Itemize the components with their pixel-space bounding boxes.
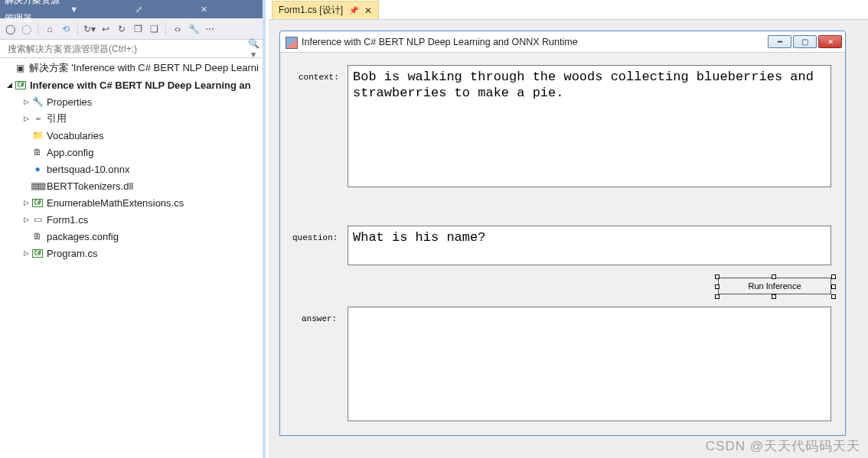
search-input[interactable] — [2, 41, 246, 57]
label-question: question: — [292, 233, 338, 242]
tree-label: Program.cs — [47, 248, 97, 259]
collapse-icon[interactable]: ❏ — [147, 22, 161, 36]
chevron-down-icon[interactable]: ◢ — [5, 81, 14, 89]
tree-item-vocabularies[interactable]: ▶ 📁 Vocabularies — [0, 127, 263, 144]
tree-item-properties[interactable]: ▷ 🔧 Properties — [0, 93, 263, 110]
tree-item-dll[interactable]: ▶ ▦▦ BERTTokenizers.dll — [0, 177, 263, 194]
wrench-icon: 🔧 — [31, 95, 44, 109]
resize-handle-s[interactable] — [772, 294, 776, 299]
tree-label: packages.config — [47, 231, 119, 242]
form-icon: ▭ — [31, 213, 44, 226]
label-answer: answer: — [302, 314, 337, 323]
folder-icon: 📁 — [31, 128, 44, 142]
close-icon[interactable]: ✕ — [364, 5, 372, 16]
solution-icon: ▣ — [13, 61, 26, 75]
tree-item-program[interactable]: ▷ C# Program.cs — [0, 245, 263, 261]
resize-handle-nw[interactable] — [715, 274, 720, 279]
tree-item-onnx[interactable]: ▶ ● bertsquad-10.onnx — [0, 161, 263, 177]
chevron-right-icon[interactable]: ▷ — [21, 216, 31, 223]
resize-handle-ne[interactable] — [831, 274, 836, 279]
solution-node[interactable]: ▶ ▣ 解决方案 'Inference with C# BERT NLP Dee… — [0, 60, 263, 76]
search-icon[interactable]: 🔍▾ — [246, 38, 261, 60]
solution-label: 解决方案 'Inference with C# BERT NLP Deep Le… — [29, 61, 259, 75]
resize-handle-e[interactable] — [831, 284, 836, 289]
close-button[interactable]: ✕ — [818, 35, 842, 48]
tree-item-form1[interactable]: ▷ ▭ Form1.cs — [0, 211, 263, 228]
pin-icon[interactable]: ⤢ — [135, 0, 193, 18]
maximize-button[interactable]: ▢ — [793, 35, 817, 48]
refresh-icon[interactable]: ↻▾ — [83, 22, 96, 36]
code-icon[interactable]: ‹› — [171, 22, 184, 36]
tree-item-packages[interactable]: ▶ 🗎 packages.config — [0, 228, 263, 245]
config-icon: 🗎 — [31, 145, 44, 159]
resize-handle-se[interactable] — [831, 294, 836, 299]
answer-textbox[interactable] — [348, 307, 831, 421]
resize-handle-n[interactable] — [772, 274, 776, 279]
tree-label: Form1.cs — [47, 214, 88, 226]
project-node[interactable]: ◢ C# Inference with C# BERT NLP Deep Lea… — [0, 76, 263, 93]
solution-tree[interactable]: ▶ ▣ 解决方案 'Inference with C# BERT NLP Dee… — [0, 58, 263, 458]
tree-item-references[interactable]: ▷ ▫▫ 引用 — [0, 110, 263, 127]
run-label: Run Inference — [748, 281, 801, 291]
designer-surface[interactable]: Inference with C# BERT NLP Deep Learning… — [269, 20, 868, 458]
tree-label: 引用 — [47, 112, 67, 125]
run-inference-button[interactable]: Run Inference — [718, 278, 831, 294]
document-tabs: Form1.cs [设计] 📌 ✕ — [269, 0, 868, 20]
minimize-button[interactable]: ━ — [768, 35, 791, 48]
design-selection[interactable]: Run Inference — [718, 278, 833, 296]
separator — [77, 23, 78, 35]
window-titlebar[interactable]: Inference with C# BERT NLP Deep Learning… — [280, 31, 845, 53]
chevron-right-icon[interactable]: ▷ — [21, 199, 31, 206]
cs-icon: C# — [32, 199, 43, 207]
more-icon[interactable]: ⋯ — [203, 22, 217, 36]
redo-icon[interactable]: ↻ — [115, 22, 129, 36]
tree-label: BERTTokenizers.dll — [47, 180, 133, 192]
sync-icon[interactable]: ⟲ — [59, 22, 73, 36]
window-icon — [285, 36, 297, 48]
window-title: Inference with C# BERT NLP Deep Learning… — [302, 37, 768, 47]
onnx-icon: ● — [31, 162, 44, 176]
separator — [38, 23, 38, 35]
panel-dropdown-icon[interactable]: ▼ — [70, 0, 127, 18]
copy-icon[interactable]: ❐ — [131, 22, 145, 36]
pin-icon[interactable]: 📌 — [349, 6, 358, 15]
forward-icon[interactable]: ◯ — [19, 22, 33, 36]
winform-window[interactable]: Inference with C# BERT NLP Deep Learning… — [279, 31, 846, 436]
context-textbox[interactable] — [348, 65, 831, 187]
close-icon[interactable]: ✕ — [201, 0, 258, 18]
csproj-icon: C# — [15, 81, 26, 89]
dll-icon: ▦▦ — [31, 179, 44, 193]
resize-handle-w[interactable] — [715, 284, 720, 289]
undo-icon[interactable]: ↩ — [99, 22, 113, 36]
home-icon[interactable]: ⌂ — [43, 22, 57, 36]
tree-label: bertsquad-10.onnx — [47, 164, 129, 175]
question-textbox[interactable] — [348, 226, 831, 265]
project-label: Inference with C# BERT NLP Deep Learning… — [30, 80, 251, 91]
tree-item-mathext[interactable]: ▷ C# EnumerableMathExtensions.cs — [0, 194, 263, 211]
back-icon[interactable]: ◯ — [3, 22, 17, 36]
explorer-search[interactable]: 🔍▾ — [0, 40, 263, 58]
tree-label: EnumerableMathExtensions.cs — [47, 197, 184, 209]
tree-label: Vocabularies — [47, 130, 103, 141]
cs-icon: C# — [32, 249, 43, 258]
references-icon: ▫▫ — [31, 112, 44, 125]
tab-form1-design[interactable]: Form1.cs [设计] 📌 ✕ — [272, 1, 379, 19]
chevron-right-icon[interactable]: ▷ — [21, 98, 31, 106]
window-buttons: ━ ▢ ✕ — [768, 35, 842, 48]
tab-label: Form1.cs [设计] — [279, 4, 343, 17]
config-icon: 🗎 — [31, 229, 44, 243]
chevron-right-icon[interactable]: ▷ — [21, 249, 31, 257]
tree-label: App.config — [47, 147, 93, 158]
panel-title: 解决方案资源管理器 ▼ ⤢ ✕ — [0, 0, 263, 18]
properties-icon[interactable]: 🔧 — [187, 22, 201, 36]
separator — [165, 23, 166, 35]
tree-item-appconfig[interactable]: ▶ 🗎 App.config — [0, 144, 263, 161]
tree-label: Properties — [47, 96, 92, 108]
resize-handle-sw[interactable] — [715, 294, 720, 299]
label-context: context: — [299, 73, 339, 82]
chevron-right-icon[interactable]: ▷ — [21, 115, 31, 122]
